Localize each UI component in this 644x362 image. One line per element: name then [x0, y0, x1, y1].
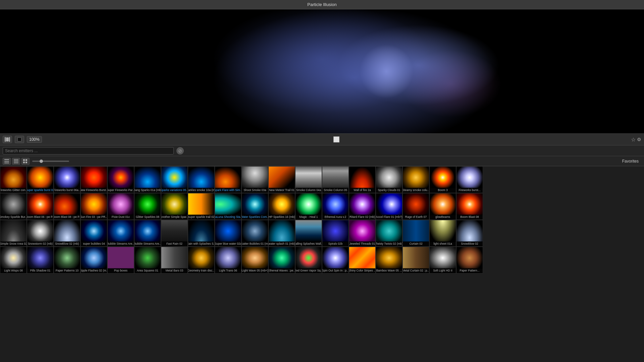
- item-label-light-wave-05: Light Wave 05 (mb+): [242, 268, 268, 273]
- grid-item-sparks-variations[interactable]: Sparks variations 05...: [161, 166, 188, 193]
- grid-item-steamy-smoke[interactable]: Steamy smoke colu...: [402, 166, 429, 193]
- svg-rect-0: [5, 137, 6, 142]
- grid-item-jeweled-threads[interactable]: Jeweled Threads 01: [349, 220, 376, 247]
- grid-item-soft-light-hd[interactable]: Soft Light HD II: [429, 247, 456, 274]
- grid-item-area-squares-01[interactable]: Area Squares 01: [134, 247, 161, 274]
- grid-item-pop-boxes[interactable]: Pop boxes: [107, 247, 134, 274]
- grid-item-wall-of-fire[interactable]: Wall of fire 2a: [349, 166, 376, 193]
- compact-list-button[interactable]: [12, 158, 20, 165]
- grid-item-spin-out[interactable]: Spin Out Spin In ::p...: [322, 247, 349, 274]
- grid-item-light-sheet[interactable]: light sheet 01a: [429, 220, 456, 247]
- grid-item-water-splash-01[interactable]: water splash 01 (mb): [268, 220, 295, 247]
- item-label-rain-splashes: Rain with Splashes S...: [188, 241, 214, 246]
- grid-item-ripple-flashes[interactable]: Ripple Flashes 02 (m...: [80, 247, 107, 274]
- grid-item-spirals-02[interactable]: Spirals 02b: [322, 220, 349, 247]
- item-label-curtain-02: Curtain 02: [403, 241, 429, 246]
- list-view-button[interactable]: [3, 158, 11, 165]
- grid-item-rage-earth[interactable]: Rage of Earth 07: [402, 193, 429, 220]
- grid-item-ethereal-aura[interactable]: Ethereal Aura v.2: [322, 193, 349, 220]
- grid-item-smokey-sparkle[interactable]: Smokey Sparkle Bur...: [0, 193, 27, 220]
- grid-item-water-sparkles-com[interactable]: Water Sparkles Com...: [241, 193, 268, 220]
- item-label-shoot-smoke-03: Shoot Smoke 03a: [242, 188, 268, 193]
- svg-rect-5: [4, 163, 9, 163]
- grid-item-accel-flare[interactable]: Accel Flare 01 (mb?): [376, 193, 402, 220]
- grid-item-super-sparkle-burst[interactable]: super sparkle burst 02: [27, 166, 54, 193]
- svg-rect-11: [25, 159, 27, 161]
- grid-item-light-wisps-08[interactable]: Light Wisps 08: [0, 247, 27, 274]
- grid-item-geometry-train[interactable]: Geometry train disc...: [188, 247, 215, 274]
- grid-item-super-bubbles[interactable]: super bubbles 04: [80, 220, 107, 247]
- grid-item-pills-shadow[interactable]: Pills Shadow 01: [27, 247, 54, 274]
- black-square-button[interactable]: [15, 136, 24, 143]
- grid-item-paper-patterns-10[interactable]: Paper Patterns 10: [54, 247, 80, 274]
- grid-item-boom-blast-06[interactable]: Boom Blast 06 ::pe P...: [27, 193, 54, 220]
- grid-item-laluna-shooting[interactable]: LaLuna Shooting Sta...: [215, 193, 241, 220]
- grid-item-glowbeams[interactable]: glowBeams: [429, 193, 456, 220]
- film-strip-button[interactable]: [3, 136, 12, 143]
- item-label-bubble-streams-are2: Bubble Streams Are...: [135, 241, 161, 246]
- grid-item-snowblow-02[interactable]: SnowBlow 02 (mb): [54, 220, 80, 247]
- grid-item-light-wave-05[interactable]: Light Wave 05 (mb+): [241, 247, 268, 274]
- grid-item-snowblow-02b[interactable]: SnowBlow 02: [456, 220, 483, 247]
- grid-item-fireworks-burst-06[interactable]: Fireworks burst 06a...: [54, 166, 80, 193]
- grid-item-boom-blast-08[interactable]: Boom Blast 08 ::pe P...: [54, 193, 80, 220]
- grid-item-scatter-bubbles[interactable]: Scatter Bubbles 01 (m...: [241, 220, 268, 247]
- grid-item-spark-flare[interactable]: Spark Flare with Sim...: [215, 166, 241, 193]
- grid-item-bubble-streams-are2[interactable]: Bubble Streams Are...: [134, 220, 161, 247]
- grid-item-super-blue-water[interactable]: Super blue water 02a: [215, 220, 241, 247]
- search-input[interactable]: [3, 147, 174, 155]
- thumbnail-area-squares-01: [135, 247, 161, 269]
- grid-item-shiny-color-stripes[interactable]: Shiny Color Stripes ...: [349, 247, 376, 274]
- grid-view-button[interactable]: [21, 158, 30, 165]
- grid-item-bubble-streams-are1[interactable]: Bubble Streams Are...: [107, 220, 134, 247]
- grid-item-ethereal-waves[interactable]: Ethereal Waves ::pe...: [268, 247, 295, 274]
- grid-item-simple-snow-area[interactable]: Simple Snow Area 02: [0, 220, 27, 247]
- svg-rect-3: [4, 159, 9, 160]
- grid-item-bang-sparks[interactable]: Bang Sparks 01a (mb): [134, 166, 161, 193]
- grid-item-twisty-twists[interactable]: Twisty Twists 02 (mb): [376, 220, 402, 247]
- thumbnail-glowbeams: [430, 193, 456, 215]
- grid-item-bamboo-wave-05[interactable]: Bamboo Wave 05 ...: [376, 247, 402, 274]
- grid-item-ritard-flare[interactable]: Ritard Flare 02 (mb): [349, 193, 376, 220]
- grid-item-paper-pattern-end[interactable]: Paper Pattern...: [456, 247, 483, 274]
- favorites-label[interactable]: Favorites: [620, 158, 641, 164]
- favorites-star-button[interactable]: ☆ ⚙: [631, 136, 641, 143]
- grid-item-rain-splashes[interactable]: Rain with Splashes S...: [188, 220, 215, 247]
- grid-item-red-green-vapor[interactable]: Red Green Vapor Sq...: [295, 247, 322, 274]
- grid-item-another-simple-spar[interactable]: Another Simple Spar...: [161, 193, 188, 220]
- grid-item-light-trans-06[interactable]: Light Trans 06: [215, 247, 241, 274]
- grid-item-pixie-dust-01[interactable]: Pixie Dust 01c: [107, 193, 134, 220]
- thumbnail-smoke-column-04: [296, 167, 322, 188]
- grid-item-fireworks-burst-end[interactable]: Fireworks burst...: [456, 166, 483, 193]
- grid-item-super-fireworks-par[interactable]: Super Fireworks Par...: [107, 166, 134, 193]
- thumbnail-hp-sparkles-16: [269, 193, 295, 215]
- grid-item-new-meteor-trail[interactable]: New Meteor Trail 01: [268, 166, 295, 193]
- grid-item-magic-heal[interactable]: Magic - Heal 1: [295, 193, 322, 220]
- thumbnail-new-fireworks-burst: [81, 167, 107, 188]
- item-label-sparks-variations: Sparks variations 05...: [161, 188, 187, 193]
- grid-item-sparkles-smoke-10[interactable]: sparkles smoke 10a (m...: [188, 166, 215, 193]
- grid-item-metal-bars-03[interactable]: Metal Bars 03: [161, 247, 188, 274]
- grid-item-boom-blast-08b[interactable]: Boom Blast 08: [456, 193, 483, 220]
- grid-item-smoke-column-04[interactable]: Smoke Column 04a: [295, 166, 322, 193]
- grid-item-glitter-sparkles[interactable]: Glitter Sparkles 08: [134, 193, 161, 220]
- grid-item-boom-3[interactable]: Boom 3: [429, 166, 456, 193]
- grid-item-sun-fire-03[interactable]: Sun Fire 03 ::pe PR...: [80, 193, 107, 220]
- grid-item-fast-rain[interactable]: Fast Rain 02: [161, 220, 188, 247]
- item-label-super-fireworks-par: Super Fireworks Par...: [108, 188, 134, 193]
- grid-item-metal-curtain-02[interactable]: Metal Curtain 02 ::p...: [402, 247, 429, 274]
- grid-item-sparky-clouds[interactable]: Sparky Clouds 01: [376, 166, 402, 193]
- grid-item-super-sparkle-trail[interactable]: super sparkle trail 02: [188, 193, 215, 220]
- grid-item-fireworks-glitter[interactable]: Fireworks Glitter con...: [0, 166, 27, 193]
- thumbnail-boom-3: [430, 167, 456, 188]
- grid-item-shoot-smoke-03[interactable]: Shoot Smoke 03a: [241, 166, 268, 193]
- grid-item-snowstorm-02[interactable]: Snowstorm 02 (mb): [27, 220, 54, 247]
- thumbnail-size-slider[interactable]: [32, 161, 69, 162]
- grid-item-falling-splashes[interactable]: Falling Splashes Wall...: [295, 220, 322, 247]
- grid-item-curtain-02[interactable]: Curtain 02: [402, 220, 429, 247]
- grid-item-hp-sparkles-16[interactable]: HP Sparkles 16 (mb): [268, 193, 295, 220]
- clear-search-button[interactable]: ⊘: [176, 147, 184, 155]
- zoom-display: 100%: [27, 136, 42, 143]
- grid-item-new-fireworks-burst[interactable]: New Fireworks Burst...: [80, 166, 107, 193]
- grid-item-smoke-column-05[interactable]: Smoke Column 05: [322, 166, 349, 193]
